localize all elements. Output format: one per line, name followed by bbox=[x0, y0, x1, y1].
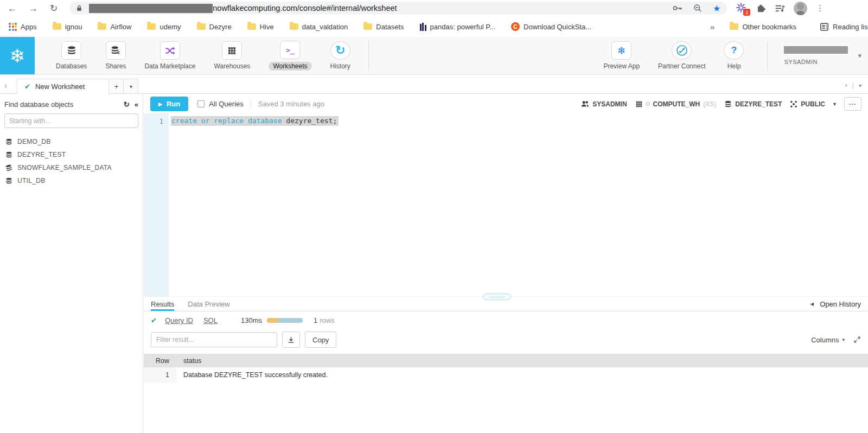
query-success-icon: ✔ bbox=[151, 316, 157, 324]
bookmark-pandas[interactable]: pandas: powerful P... bbox=[420, 23, 495, 31]
nav-item-history[interactable]: ↻ History bbox=[321, 41, 360, 70]
tab-data-preview[interactable]: Data Preview bbox=[188, 297, 229, 311]
context-role-selector[interactable]: SYSADMIN bbox=[581, 100, 627, 108]
panel-resize-handle[interactable] bbox=[483, 294, 511, 300]
bookmark-download-quickstart[interactable]: C Download QuickSta... bbox=[511, 22, 591, 31]
bookmark-folder-datasets[interactable]: Datasets bbox=[363, 23, 404, 31]
user-menu-caret-icon[interactable]: ▾ bbox=[858, 52, 861, 60]
data-marketplace-icon bbox=[165, 46, 175, 56]
play-icon: ▶ bbox=[158, 101, 162, 107]
snowflake-icon: ❄ bbox=[10, 45, 25, 67]
bookmark-star-icon[interactable]: ★ bbox=[713, 3, 720, 14]
collapse-sidebar-icon[interactable]: « bbox=[135, 100, 138, 109]
bookmark-folder-dezyre[interactable]: Dezyre bbox=[197, 23, 232, 31]
database-item-demo-db[interactable]: DEMO_DB bbox=[4, 135, 138, 148]
password-key-icon[interactable] bbox=[673, 5, 682, 11]
database-item-snowflake-sample-data[interactable]: SNOWFLAKE_SAMPLE_DATA bbox=[4, 161, 138, 174]
sidebar-title: Find database objects bbox=[4, 100, 73, 109]
tab-scroll-left-icon[interactable]: ‹ bbox=[4, 81, 7, 90]
nav-item-partner-connect[interactable]: Partner Connect bbox=[649, 41, 714, 70]
bookmark-folder-ignou[interactable]: ignou bbox=[53, 23, 82, 31]
code-area[interactable]: create or replace database dezyre_test; bbox=[169, 113, 868, 296]
filter-result-input[interactable] bbox=[151, 332, 277, 347]
results-panel: Results Data Preview ◄ Open History ✔ Qu… bbox=[144, 296, 868, 433]
nav-item-preview-app[interactable]: ❄ Preview App bbox=[594, 41, 649, 70]
database-sidebar: Find database objects ↻ « DEMO_DB DEZYRE… bbox=[0, 94, 143, 433]
shares-icon bbox=[111, 46, 120, 55]
query-id-link[interactable]: Query ID bbox=[165, 316, 193, 324]
snowflake-logo[interactable]: ❄ bbox=[0, 37, 35, 74]
database-icon bbox=[724, 100, 732, 108]
browser-menu-icon[interactable]: ⋮ bbox=[816, 3, 824, 13]
browser-back-button[interactable]: ← bbox=[8, 4, 17, 13]
playlist-extension-icon[interactable] bbox=[775, 3, 785, 14]
refresh-objects-icon[interactable]: ↻ bbox=[124, 100, 130, 109]
folder-icon bbox=[98, 23, 106, 30]
new-worksheet-button[interactable]: + bbox=[109, 79, 124, 94]
bookmark-folder-data-valdation[interactable]: data_valdation bbox=[290, 23, 348, 31]
address-bar[interactable]: nowflakecomputing.com/console#/internal/… bbox=[69, 2, 727, 15]
run-button[interactable]: ▶ Run bbox=[150, 97, 188, 111]
worksheets-terminal-icon: >_ bbox=[286, 46, 295, 54]
folder-icon bbox=[730, 23, 738, 30]
database-item-util-db[interactable]: UTIL_DB bbox=[4, 174, 138, 187]
bookmark-apps[interactable]: Apps bbox=[9, 23, 37, 31]
object-search-input[interactable] bbox=[4, 113, 138, 128]
browser-reload-button[interactable]: ↻ bbox=[50, 4, 58, 13]
saved-status: Saved 3 minutes ago bbox=[258, 100, 324, 108]
folder-icon bbox=[290, 23, 298, 30]
user-menu[interactable]: SYSADMIN bbox=[767, 41, 848, 71]
tab-results[interactable]: Results bbox=[151, 297, 174, 311]
bookmark-folder-hive[interactable]: Hive bbox=[247, 23, 274, 31]
open-history-button[interactable]: ◄ Open History bbox=[809, 300, 861, 308]
database-item-dezyre-test[interactable]: DEZYRE_TEST bbox=[4, 148, 138, 161]
nav-item-shares[interactable]: Shares bbox=[96, 41, 135, 70]
worksheet-more-button[interactable]: ··· bbox=[844, 97, 861, 111]
download-results-button[interactable] bbox=[282, 332, 300, 348]
tab-scroll-right-icon[interactable]: › bbox=[845, 81, 847, 89]
all-queries-checkbox[interactable] bbox=[197, 100, 205, 107]
columns-dropdown[interactable]: Columns ▾ bbox=[811, 336, 845, 344]
schema-icon bbox=[790, 100, 797, 108]
bookmark-folder-airflow[interactable]: Airflow bbox=[98, 23, 131, 31]
context-caret-icon[interactable]: ▾ bbox=[833, 101, 836, 107]
table-row[interactable]: 1 Database DEZYRE_TEST successfully crea… bbox=[144, 367, 868, 383]
nav-item-worksheets[interactable]: >_ Worksheets bbox=[259, 41, 321, 71]
nav-item-databases[interactable]: Databases bbox=[47, 41, 96, 70]
extensions-puzzle-icon[interactable] bbox=[756, 3, 766, 13]
bookmarks-overflow-icon[interactable]: » bbox=[710, 22, 714, 31]
profile-avatar[interactable] bbox=[794, 2, 807, 15]
warehouses-icon bbox=[227, 46, 237, 55]
expand-results-icon[interactable] bbox=[853, 336, 861, 343]
selected-code: create or replace database dezyre_test; bbox=[171, 116, 339, 126]
bookmark-folder-udemy[interactable]: udemy bbox=[147, 23, 181, 31]
rows-count: 1 bbox=[314, 316, 317, 324]
sql-editor[interactable]: 1 create or replace database dezyre_test… bbox=[144, 113, 868, 296]
table-header-row: Row status bbox=[144, 354, 868, 367]
worksheet-toolbar: ▶ Run All Queries Saved 3 minutes ago SY… bbox=[144, 94, 868, 113]
extension-burst-icon[interactable]: 1 bbox=[736, 2, 748, 14]
worksheet-tab-label: New Worksheet bbox=[35, 82, 85, 91]
browser-forward-button[interactable]: → bbox=[29, 4, 38, 13]
worksheet-list-caret[interactable]: ▾ bbox=[124, 79, 138, 94]
context-schema-selector[interactable]: PUBLIC bbox=[790, 100, 825, 108]
zoom-out-icon[interactable] bbox=[693, 4, 702, 12]
context-database-selector[interactable]: DEZYRE_TEST bbox=[724, 100, 782, 108]
reading-list[interactable]: Reading list bbox=[820, 22, 868, 31]
context-warehouse-selector[interactable]: COMPUTE_WH (XS) bbox=[635, 100, 717, 108]
copy-button[interactable]: Copy bbox=[305, 332, 336, 348]
reading-list-icon bbox=[820, 22, 829, 31]
nav-item-help[interactable]: ? Help bbox=[714, 41, 753, 70]
nav-item-warehouses[interactable]: Warehouses bbox=[205, 41, 259, 70]
nav-item-data-marketplace[interactable]: Data Marketplace bbox=[135, 41, 205, 70]
saved-check-icon: ✔ bbox=[24, 82, 30, 91]
worksheet-main: ▶ Run All Queries Saved 3 minutes ago SY… bbox=[144, 94, 868, 433]
sql-link[interactable]: SQL bbox=[203, 316, 218, 324]
other-bookmarks[interactable]: Other bookmarks bbox=[730, 23, 796, 31]
tab-options-caret[interactable]: ▾ bbox=[859, 82, 861, 88]
divider: | bbox=[852, 81, 854, 89]
warehouse-size-label: (XS) bbox=[703, 100, 716, 108]
worksheet-tab[interactable]: ✔ New Worksheet bbox=[17, 79, 109, 94]
lock-icon bbox=[76, 5, 82, 11]
sql-identifier: dezyre_test; bbox=[286, 117, 337, 125]
